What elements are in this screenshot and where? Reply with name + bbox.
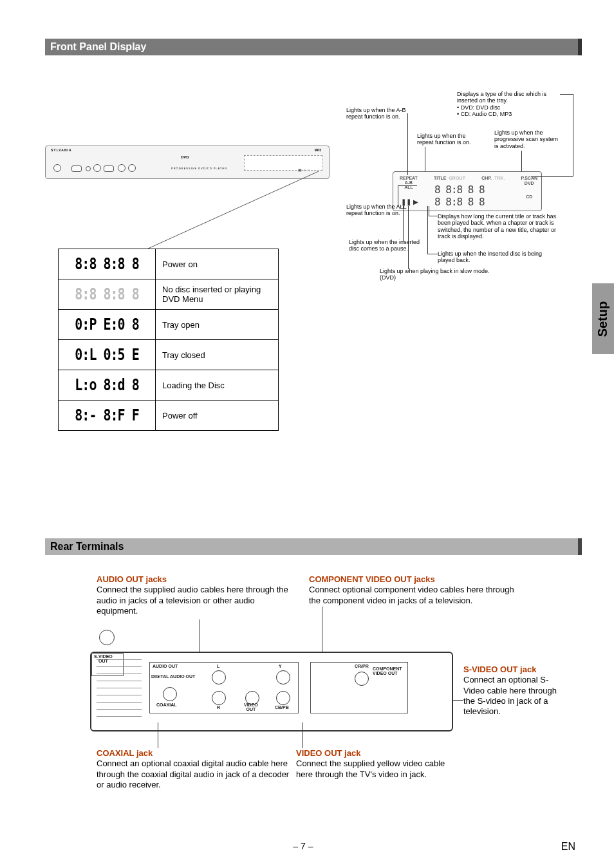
annot-pscan: Lights up when the progressive scan syst… <box>494 129 559 149</box>
component-video-out-diag-label: COMPONENT VIDEO OUT <box>373 666 402 675</box>
device-brand-label: SYLVANIA <box>51 148 72 152</box>
video-out-body: Connect the supplied yellow video cable … <box>296 759 451 780</box>
rear-panel-diagram: AUDIO OUT L DIGITAL AUDIO OUT COAXIAL R … <box>90 652 453 731</box>
audio-out-title: AUDIO OUT jacks <box>97 574 290 585</box>
status-label: No disc inserted or playing DVD Menu <box>156 279 279 310</box>
component-out-block: COMPONENT VIDEO OUT jacks Connect option… <box>309 574 528 606</box>
status-label: Power on <box>156 249 279 279</box>
table-row: L:o 8:d 8 Loading the Disc <box>59 370 279 401</box>
table-row: 0:P E:0 8 Tray open <box>59 310 279 340</box>
trk-indicator-label: TRK. <box>494 176 505 200</box>
component-out-title: COMPONENT VIDEO OUT jacks <box>309 574 528 585</box>
video-out-diag-label: VIDEO OUT <box>244 703 258 712</box>
annot-ab-repeat: Lights up when the A-B repeat function i… <box>346 107 407 120</box>
status-label: Tray closed <box>156 340 279 370</box>
coaxial-block: COAXIAL jack Connect an optional coaxial… <box>97 748 290 790</box>
dvd-indicator-label: DVD <box>521 181 537 186</box>
rear-terminals-area: AUDIO OUT jacks Connect the supplied aud… <box>45 568 582 838</box>
svideo-out-block: S-VIDEO OUT jack Connect an optional S-V… <box>463 665 563 717</box>
display-detail-diagram: REPEAT A-B ALL TITLE GROUP CHP. TRK. P.S… <box>393 171 542 211</box>
annot-pause: Lights up when the inserted disc comes t… <box>349 239 426 252</box>
section-rear-terminals-title: Rear Terminals <box>45 538 582 555</box>
repeat-label: REPEAT <box>400 176 418 180</box>
crpr-label: CR/PR <box>355 664 369 668</box>
seven-segment-icon: 8:8 8:8 8 <box>75 285 138 304</box>
digital-audio-out-label: DIGITAL AUDIO OUT <box>151 674 195 679</box>
dvd-logo: DVD <box>181 155 189 159</box>
coaxial-label: COAXIAL <box>156 703 177 707</box>
annot-disc-type: Displays a type of the disc which is ins… <box>457 91 560 117</box>
table-row: 8:8 8:8 8 Power on <box>59 249 279 279</box>
device-display-window: ▣ ☼ ∷ <box>244 155 322 171</box>
status-label: Power off <box>156 401 279 431</box>
device-sublogo: PROGRESSIVE DVD/CD PLAYER <box>171 167 227 170</box>
seven-segment-icon: 8:- 8:F F <box>75 406 138 425</box>
dvd-player-front-diagram: SYLVANIA DVD PROGRESSIVE DVD/CD PLAYER M… <box>45 146 330 179</box>
annot-slow: Lights up when playing back in slow mode… <box>380 268 496 281</box>
audio-out-body: Connect the supplied audio cables here t… <box>97 585 290 616</box>
video-out-block: VIDEO OUT jack Connect the supplied yell… <box>296 748 451 780</box>
page-footer: – 7 – EN <box>0 841 582 853</box>
front-panel-area: SYLVANIA DVD PROGRESSIVE DVD/CD PLAYER M… <box>45 68 582 455</box>
mp3-label: MP3 <box>315 148 321 152</box>
table-row: 0:L 0:5 E Tray closed <box>59 340 279 370</box>
coaxial-body: Connect an optional coaxial digital audi… <box>97 759 290 790</box>
svideo-out-diag-label: S-VIDEO OUT <box>94 654 113 663</box>
annot-elapsed: Displays how long the current title or t… <box>438 213 560 240</box>
svg-line-0 <box>148 171 319 249</box>
status-label: Loading the Disc <box>156 370 279 401</box>
page-number: – 7 – <box>293 841 313 853</box>
section-front-panel-title: Front Panel Display <box>45 39 582 55</box>
seven-segment-icon: 0:P E:0 8 <box>75 316 138 334</box>
status-label: Tray open <box>156 310 279 340</box>
svideo-out-body: Connect an optional S-Video cable here t… <box>463 675 563 717</box>
display-digits: 8 8:8 8 88 8:8 8 8 <box>434 184 485 208</box>
side-tab-setup: Setup <box>592 283 614 354</box>
seven-segment-icon: L:o 8:d 8 <box>75 376 138 395</box>
svideo-out-title: S-VIDEO OUT jack <box>463 665 563 675</box>
l-label: L <box>217 664 219 668</box>
audio-out-block: AUDIO OUT jacks Connect the supplied aud… <box>97 574 290 616</box>
table-row: 8:- 8:F F Power off <box>59 401 279 431</box>
r-label: R <box>217 705 220 710</box>
seven-segment-icon: 8:8 8:8 8 <box>75 255 138 274</box>
component-out-body: Connect optional component video cables … <box>309 585 528 606</box>
annot-repeat-on: Lights up when the repeat function is on… <box>417 133 481 146</box>
display-status-table: 8:8 8:8 8 Power on 8:8 8:8 8 No disc ins… <box>58 249 279 431</box>
seven-segment-icon: 0:L 0:5 E <box>75 346 138 364</box>
cbpb-label: CB/PB <box>275 705 289 710</box>
coaxial-title: COAXIAL jack <box>97 748 290 759</box>
table-row: 8:8 8:8 8 No disc inserted or playing DV… <box>59 279 279 310</box>
audio-out-label: AUDIO OUT <box>153 664 178 668</box>
annot-playing: Lights up when the inserted disc is bein… <box>438 250 547 264</box>
language-label: EN <box>561 841 575 853</box>
y-label: Y <box>279 664 282 668</box>
video-out-title: VIDEO OUT jack <box>296 748 451 759</box>
ab-label: A-B <box>400 180 418 185</box>
cd-indicator-label: CD <box>521 194 537 200</box>
